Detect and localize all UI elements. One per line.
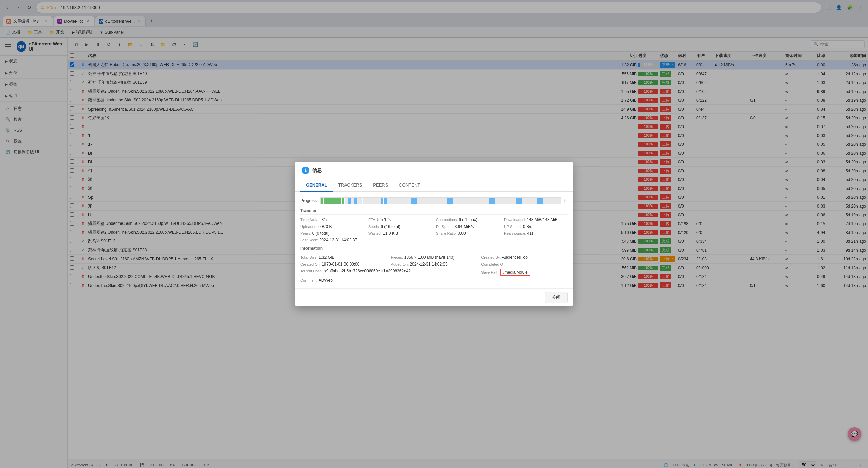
progress-block	[528, 198, 531, 204]
progress-block	[471, 198, 474, 204]
progress-block	[525, 198, 528, 204]
dialog-tabs: GENERAL TRACKERS PEERS CONTENT	[295, 179, 573, 192]
progress-block	[453, 198, 456, 204]
progress-visualization	[320, 197, 561, 204]
progress-block	[408, 198, 411, 204]
progress-block	[354, 198, 357, 204]
transfer-last-seen: Last Seen: 2024-12-31 14:02:37	[300, 238, 432, 242]
progress-block	[369, 198, 372, 204]
dialog-close-button[interactable]: 关闭	[545, 292, 568, 303]
progress-block	[468, 198, 471, 204]
progress-block	[390, 198, 393, 204]
progress-block	[357, 198, 360, 204]
progress-block	[465, 198, 468, 204]
progress-block	[483, 198, 486, 204]
dialog-tab-content[interactable]: CONTENT	[393, 179, 426, 192]
info-pieces: Pieces: 1356 × 1.00 MiB (have 140)	[391, 255, 477, 260]
progress-block	[387, 198, 390, 204]
progress-block	[396, 198, 399, 204]
progress-block	[339, 198, 342, 204]
progress-block	[534, 198, 537, 204]
transfer-wasted: Wasted: 11.0 KiB	[368, 231, 432, 236]
progress-block	[492, 198, 495, 204]
info-created-by: Created By: AudiencesTool	[481, 255, 568, 260]
info-total-size: Total Size: 1.32 GiB	[300, 255, 387, 260]
progress-block	[504, 198, 507, 204]
transfer-time-active: Time Active: 31s	[300, 217, 364, 222]
transfer-dl-speed: DL Speed: 3.94 MiB/s	[436, 224, 500, 229]
progress-block	[552, 198, 555, 204]
info-grid: Total Size: 1.32 GiB Pieces: 1356 × 1.00…	[300, 255, 568, 283]
progress-block	[543, 198, 546, 204]
information-title: Information	[300, 246, 568, 252]
progress-block	[489, 198, 492, 204]
dialog-body: Progress: 5. Transfer Time Active: 31s E…	[295, 192, 573, 288]
progress-block	[450, 198, 453, 204]
progress-block	[549, 198, 552, 204]
transfer-title: Transfer	[300, 208, 568, 215]
progress-block	[420, 198, 423, 204]
progress-block	[519, 198, 522, 204]
progress-block	[474, 198, 477, 204]
save-path-value: /media/Movie	[500, 269, 530, 276]
transfer-up-speed: UP Speed: 0 B/s	[504, 224, 568, 229]
progress-block	[510, 198, 513, 204]
progress-block	[522, 198, 525, 204]
progress-block	[426, 198, 429, 204]
dialog-header: ℹ 信息	[295, 162, 573, 179]
info-save-path-container: Save Path: /media/Movie	[481, 269, 568, 276]
progress-block	[393, 198, 396, 204]
information-section: Information Total Size: 1.32 GiB Pieces:…	[300, 246, 568, 283]
progress-block	[537, 198, 540, 204]
progress-block	[333, 198, 336, 204]
progress-block	[384, 198, 387, 204]
progress-block	[321, 198, 324, 204]
progress-block	[531, 198, 534, 204]
transfer-share-ratio: Share Ratio: 0.00	[436, 231, 500, 236]
transfer-uploaded: Uploaded: 0 B/0 B	[300, 224, 364, 229]
progress-block	[414, 198, 417, 204]
dialog-tab-peers[interactable]: PEERS	[368, 179, 393, 192]
progress-block	[363, 198, 366, 204]
progress-block	[378, 198, 381, 204]
progress-block	[540, 198, 543, 204]
progress-block	[423, 198, 426, 204]
progress-block	[375, 198, 378, 204]
progress-block	[345, 198, 348, 204]
progress-block	[498, 198, 501, 204]
progress-label: Progress:	[300, 198, 318, 203]
progress-block	[381, 198, 384, 204]
progress-block	[441, 198, 444, 204]
progress-block	[336, 198, 339, 204]
transfer-peers: Peers: 0 (0 total)	[300, 231, 364, 236]
progress-block	[360, 198, 363, 204]
progress-block	[324, 198, 327, 204]
progress-block	[513, 198, 516, 204]
transfer-seeds: Seeds: 6 (16 total)	[368, 224, 432, 229]
progress-block	[342, 198, 345, 204]
dialog-tab-trackers[interactable]: TRACKERS	[333, 179, 368, 192]
progress-block	[348, 198, 351, 204]
progress-value: 5.	[564, 198, 568, 203]
transfer-downloaded: Downloaded: 143 MiB/143 MiB	[504, 217, 568, 222]
info-completed-on: Completed On:	[481, 262, 568, 267]
dialog-tab-general[interactable]: GENERAL	[300, 179, 333, 192]
progress-block	[495, 198, 498, 204]
dialog-footer: 关闭	[295, 288, 573, 306]
progress-block	[411, 198, 414, 204]
transfer-eta: ETA: 5m 12s	[368, 217, 432, 222]
progress-block	[480, 198, 483, 204]
info-comment: Comment: ADWeb	[300, 278, 387, 283]
transfer-reannounce: Reannounce: 41s	[504, 231, 568, 236]
dialog-title: 信息	[312, 167, 322, 174]
info-added-on: Added On: 2024-12-31 14:02:05	[391, 262, 477, 267]
transfer-connections: Connections: 6 (-1 max)	[436, 217, 500, 222]
progress-block	[417, 198, 420, 204]
progress-block	[486, 198, 489, 204]
progress-block	[555, 198, 558, 204]
progress-block	[507, 198, 510, 204]
progress-block	[432, 198, 435, 204]
progress-block	[327, 198, 330, 204]
progress-block	[444, 198, 447, 204]
progress-block	[351, 198, 354, 204]
